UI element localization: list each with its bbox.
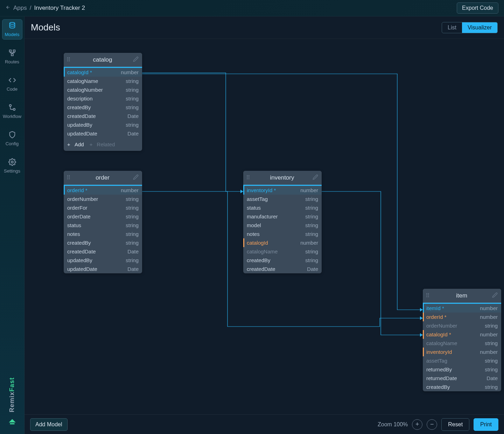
model-card-item[interactable]: ⠿itemitemId *numberorderId *numberorderN… [423, 289, 501, 391]
field-row[interactable]: createdDateDate [243, 265, 322, 273]
add-model-button[interactable]: Add Model [30, 418, 68, 431]
field-type: string [126, 87, 139, 93]
field-row[interactable]: itemId *number [423, 304, 501, 313]
field-type: Date [127, 131, 139, 136]
field-row[interactable]: notesstring [243, 230, 322, 238]
sidebar-item-models[interactable]: Models [2, 19, 22, 40]
field-row[interactable]: createdDateDate [64, 247, 142, 256]
field-row[interactable]: catalogIdnumber [243, 238, 322, 247]
back-arrow-icon[interactable] [6, 5, 10, 12]
field-type: number [300, 187, 318, 193]
field-name: createdBy [67, 240, 91, 246]
field-type: string [126, 196, 139, 202]
sidebar-item-code[interactable]: Code [2, 74, 22, 94]
field-row[interactable]: orderNumberstring [423, 321, 501, 330]
add-related-button[interactable]: + Related [90, 141, 115, 147]
drag-handle-icon[interactable]: ⠿ [66, 174, 72, 181]
model-card-catalog[interactable]: ⠿catalogcatalogId *numbercatalogNamestri… [64, 53, 142, 151]
field-row[interactable]: orderDatestring [64, 212, 142, 221]
field-name: updatedDate [67, 266, 97, 272]
field-row[interactable]: updatedBystring [64, 256, 142, 265]
field-row[interactable]: catalogId *number [423, 330, 501, 339]
export-code-button[interactable]: Export Code [457, 2, 498, 14]
svg-point-5 [13, 108, 15, 111]
upload-icon[interactable] [8, 418, 17, 428]
field-name: updatedBy [67, 122, 92, 128]
edit-icon[interactable] [133, 174, 139, 181]
breadcrumb-current: Inventory Tracker 2 [34, 5, 85, 12]
field-row[interactable]: statusstring [64, 221, 142, 230]
field-row[interactable]: assetTagstring [423, 356, 501, 365]
field-type: string [485, 323, 498, 329]
field-row[interactable]: orderForstring [64, 203, 142, 212]
print-button[interactable]: Print [474, 418, 498, 431]
visualizer-canvas[interactable]: ⠿catalogcatalogId *numbercatalogNamestri… [24, 39, 504, 414]
add-field-button[interactable]: + Add [67, 141, 84, 147]
breadcrumb-parent[interactable]: Apps [13, 5, 27, 12]
topbar: Apps / Inventory Tracker 2 Export Code [0, 0, 504, 16]
field-row[interactable]: orderId *number [423, 313, 501, 321]
sidebar-item-settings[interactable]: Settings [2, 156, 22, 176]
field-row[interactable]: catalogNamestring [423, 339, 501, 348]
field-row[interactable]: assetTagstring [243, 195, 322, 203]
gear-icon [8, 158, 16, 167]
field-row[interactable]: catalogNumberstring [64, 85, 142, 94]
zoom-out-button[interactable]: − [427, 419, 437, 430]
view-list-button[interactable]: List [442, 22, 462, 33]
field-type: string [126, 240, 139, 246]
sidebar-item-routes[interactable]: Routes [2, 47, 22, 67]
field-row[interactable]: createdBystring [423, 383, 501, 391]
field-type: string [126, 205, 139, 211]
drag-handle-icon[interactable]: ⠿ [246, 174, 252, 181]
field-row[interactable]: descriptionstring [64, 94, 142, 103]
field-row[interactable]: statusstring [243, 203, 322, 212]
field-row[interactable]: updatedDateDate [64, 129, 142, 138]
field-row[interactable]: catalogId *number [64, 68, 142, 77]
field-row[interactable]: catalogNamestring [243, 247, 322, 256]
field-type: string [126, 222, 139, 228]
field-row[interactable]: inventoryIdnumber [423, 348, 501, 356]
field-row[interactable]: returnedDateDate [423, 374, 501, 383]
model-name: catalog [72, 56, 133, 63]
edit-icon[interactable] [133, 56, 139, 63]
model-card-inventory[interactable]: ⠿inventoryinventoryId *numberassetTagstr… [243, 171, 322, 273]
field-row[interactable]: updatedDateDate [64, 265, 142, 273]
field-name: status [247, 205, 261, 211]
view-visualizer-button[interactable]: Visualizer [462, 22, 497, 33]
field-row[interactable]: createdDateDate [64, 112, 142, 120]
sidebar-item-config[interactable]: Config [2, 128, 22, 149]
field-type: string [305, 248, 318, 254]
edit-icon[interactable] [492, 292, 498, 299]
sidebar-item-workflow[interactable]: Workflow [2, 101, 22, 121]
field-row[interactable]: createdBystring [64, 103, 142, 112]
field-row[interactable]: manufacturerstring [243, 212, 322, 221]
model-name: inventory [252, 174, 313, 181]
field-type: string [126, 257, 139, 263]
field-row[interactable]: orderId *number [64, 186, 142, 195]
field-row[interactable]: orderNumberstring [64, 195, 142, 203]
field-row[interactable]: modelstring [243, 221, 322, 230]
sidebar-item-label: Models [5, 32, 20, 37]
edit-icon[interactable] [313, 174, 319, 181]
field-name: createdBy [426, 384, 450, 390]
field-row[interactable]: notesstring [64, 230, 142, 238]
field-type: string [485, 366, 498, 372]
field-name: createdDate [67, 248, 96, 254]
field-row[interactable]: returnedBystring [423, 365, 501, 374]
field-row[interactable]: createdBystring [243, 256, 322, 265]
field-row[interactable]: inventoryId *number [243, 186, 322, 195]
svg-marker-10 [420, 316, 423, 320]
svg-point-6 [11, 161, 13, 163]
field-name: updatedBy [67, 257, 92, 263]
field-row[interactable]: createdBystring [64, 238, 142, 247]
field-type: Date [127, 266, 139, 272]
zoom-in-button[interactable]: + [412, 419, 422, 430]
field-row[interactable]: catalogNamestring [64, 77, 142, 85]
model-card-order[interactable]: ⠿orderorderId *numberorderNumberstringor… [64, 171, 142, 273]
drag-handle-icon[interactable]: ⠿ [66, 56, 72, 63]
drag-handle-icon[interactable]: ⠿ [426, 292, 431, 299]
field-name: catalogName [426, 340, 457, 346]
field-name: catalogId [247, 240, 268, 246]
reset-button[interactable]: Reset [441, 418, 469, 431]
field-row[interactable]: updatedBystring [64, 120, 142, 129]
